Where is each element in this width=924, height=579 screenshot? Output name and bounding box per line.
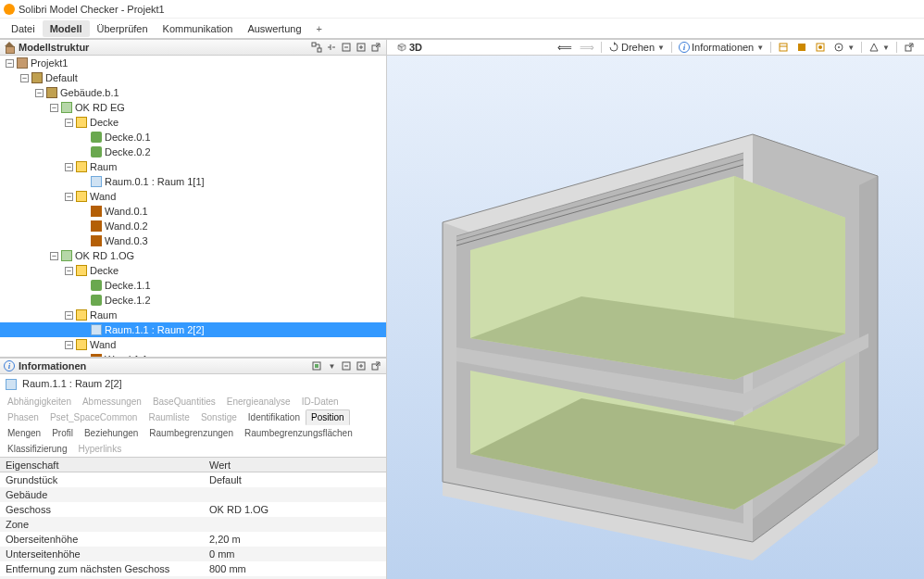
tree-node[interactable]: −Decke	[0, 115, 386, 130]
tab-klassifizierung[interactable]: Klassifizierung	[2, 441, 72, 457]
tree-node[interactable]: −Wand	[0, 337, 386, 352]
menu-kommunikation[interactable]: Kommunikation	[156, 20, 241, 37]
tab-abhngigkeiten[interactable]: Abhängigkeiten	[2, 394, 77, 409]
3d-viewport[interactable]	[387, 56, 924, 579]
popout-icon[interactable]	[369, 41, 382, 54]
property-key: Zone	[0, 517, 204, 532]
tree-expander-icon[interactable]: −	[65, 311, 73, 320]
tree-toolbar	[310, 41, 382, 54]
tree-node[interactable]: −Gebäude.b.1	[0, 85, 386, 100]
breadcrumb-text: Raum.1.1 : Raum 2[2]	[22, 378, 122, 389]
menu-datei[interactable]: Datei	[4, 20, 43, 37]
tree-expander-icon[interactable]: −	[50, 104, 58, 112]
property-row[interactable]: Gebäude	[0, 487, 386, 502]
info-tool-dropdown[interactable]: ▼	[325, 359, 338, 372]
tree-expander-icon[interactable]: −	[35, 89, 44, 97]
property-row[interactable]: Entfernung zum nächsten Geschoss800 mm	[0, 561, 386, 576]
tree-node[interactable]: Decke.1.2	[0, 293, 386, 308]
tree-node[interactable]: −Default	[0, 70, 386, 85]
tab-profil[interactable]: Profil	[46, 425, 79, 441]
tab-beziehungen[interactable]: Beziehungen	[79, 425, 144, 441]
tree-node[interactable]: −OK RD 1.OG	[0, 248, 386, 263]
tree-node[interactable]: Wand.0.1	[0, 204, 386, 219]
view-3d-button[interactable]: 3D	[393, 41, 426, 54]
nav-forward-icon[interactable]: ⟹	[576, 41, 598, 55]
tree-node[interactable]: Decke.0.2	[0, 145, 386, 159]
tree-expander-icon[interactable]: −	[65, 119, 73, 127]
tab-abmessungen[interactable]: Abmessungen	[77, 394, 147, 409]
tab-iddaten[interactable]: ID-Daten	[296, 394, 344, 409]
info-label: Informationen	[692, 42, 754, 53]
expand-icon[interactable]	[355, 359, 368, 372]
property-row[interactable]: Unterseitenhöhe0 mm	[0, 547, 386, 561]
tab-phasen[interactable]: Phasen	[2, 409, 44, 425]
tree-node[interactable]: Decke.1.1	[0, 278, 386, 293]
tree-node[interactable]: −Raum	[0, 159, 386, 174]
vp-tool-icon[interactable]	[774, 41, 793, 54]
tab-mengen[interactable]: Mengen	[2, 425, 46, 441]
tree-node[interactable]: −OK RD EG	[0, 100, 386, 115]
menu-modell[interactable]: Modell	[43, 20, 90, 37]
collapse-all-icon[interactable]	[340, 41, 353, 54]
tree-expander-icon[interactable]: −	[65, 163, 73, 171]
tree-node[interactable]: Decke.0.1	[0, 130, 386, 145]
tree-node[interactable]: Raum.1.1 : Raum 2[2]	[0, 322, 386, 337]
info-icon: i	[4, 360, 15, 371]
property-row[interactable]: Oberseitenhöhe2,20 m	[0, 532, 386, 547]
tree-expander-icon[interactable]: −	[65, 267, 73, 275]
tree-node[interactable]: −Raum	[0, 308, 386, 322]
rotate-dropdown[interactable]: Drehen▼	[605, 41, 668, 54]
tab-raumbegrenzungen[interactable]: Raumbegrenzungen	[144, 425, 239, 441]
tree-node[interactable]: −Projekt1	[0, 56, 386, 70]
info-tool-icon[interactable]	[310, 359, 323, 372]
tree-label: Decke	[90, 117, 119, 128]
tree-tool-icon[interactable]	[310, 41, 323, 54]
tab-position[interactable]: Position	[306, 409, 350, 425]
property-row[interactable]: Zone	[0, 517, 386, 532]
property-value: 0 mm	[204, 547, 386, 561]
vp-tool-icon[interactable]	[811, 41, 830, 54]
tab-identifikation[interactable]: Identifikation	[243, 409, 306, 425]
collapse-icon[interactable]	[340, 359, 353, 372]
tree-node[interactable]: Raum.0.1 : Raum 1[1]	[0, 174, 386, 189]
popout-icon[interactable]	[900, 41, 918, 54]
tree-node[interactable]: Wand.0.3	[0, 233, 386, 248]
tree-node[interactable]: −Wand	[0, 189, 386, 204]
property-row[interactable]: GeschossOK RD 1.OG	[0, 502, 386, 517]
property-value: OK RD 1.OG	[204, 502, 386, 517]
tree-node[interactable]: Wand.0.2	[0, 219, 386, 233]
add-tab-button[interactable]: +	[309, 20, 330, 37]
tab-raumbegrenzungsflchen[interactable]: Raumbegrenzungsflächen	[239, 425, 358, 441]
property-value: 800 mm	[204, 561, 386, 576]
tree-tool-icon[interactable]	[325, 41, 338, 54]
window-title: Solibri Model Checker - Projekt1	[19, 4, 165, 15]
folder-icon	[76, 265, 87, 276]
property-row[interactable]: GrundstückDefault	[0, 472, 386, 487]
expand-all-icon[interactable]	[355, 41, 368, 54]
tab-energieanalyse[interactable]: Energieanalyse	[221, 394, 296, 409]
tree-expander-icon[interactable]: −	[50, 252, 58, 260]
vp-tool-icon[interactable]: ▼	[865, 41, 893, 54]
tree-label: Default	[45, 72, 78, 83]
tab-raumliste[interactable]: Raumliste	[143, 409, 194, 425]
property-key: Grundstück	[0, 472, 204, 487]
vp-tool-icon[interactable]	[793, 41, 811, 54]
tab-sonstige[interactable]: Sonstige	[195, 409, 243, 425]
nav-back-icon[interactable]: ⟸	[554, 41, 576, 55]
property-table[interactable]: Eigenschaft Wert GrundstückDefaultGebäud…	[0, 458, 386, 579]
model-tree[interactable]: −Projekt1−Default−Gebäude.b.1−OK RD EG−D…	[0, 56, 386, 357]
menu-berprfen[interactable]: Überprüfen	[90, 20, 156, 37]
popout-icon[interactable]	[369, 359, 382, 372]
vp-tool-icon[interactable]: ▼	[830, 41, 858, 54]
tree-expander-icon[interactable]: −	[65, 193, 73, 201]
model-structure-title: Modellstruktur	[19, 42, 89, 53]
tree-node[interactable]: −Decke	[0, 263, 386, 278]
tab-psetspacecommon[interactable]: Pset_SpaceCommon	[44, 409, 144, 425]
tree-expander-icon[interactable]: −	[20, 74, 29, 82]
info-dropdown[interactable]: i Informationen▼	[675, 41, 768, 54]
tree-expander-icon[interactable]: −	[6, 59, 14, 68]
tree-expander-icon[interactable]: −	[65, 341, 73, 349]
menu-auswertung[interactable]: Auswertung	[240, 20, 308, 37]
tab-basequantities[interactable]: BaseQuantities	[147, 394, 221, 409]
tab-hyperlinks[interactable]: Hyperlinks	[72, 441, 127, 457]
